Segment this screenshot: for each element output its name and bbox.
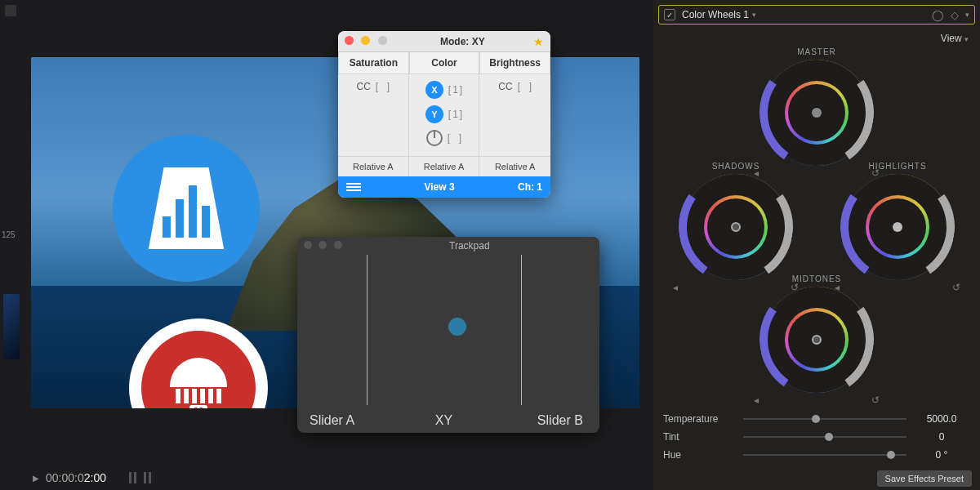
param-row-hue: Hue 0 ° [663,446,970,464]
view-menu[interactable]: View [941,33,962,44]
reset-icon[interactable]: ↺ [952,282,960,293]
app-badge-blue [113,135,260,282]
wheel-cursor[interactable] [893,222,902,232]
brightness-cell: CC [479,74,550,156]
trackpad-panel: Trackpad Slider A XY Slider B [297,237,599,433]
trackpad-titlebar[interactable]: Trackpad [297,237,599,255]
color-wheel-highlights[interactable] [844,174,951,280]
slider-a-label: Slider A [297,413,367,428]
y-chip[interactable]: Y [425,105,443,123]
chevron-down-icon[interactable]: ▾ [752,11,756,19]
command-icon: ⌘ [189,405,207,408]
zoom-icon[interactable] [378,36,387,45]
bracket-icon[interactable] [376,81,390,92]
bracket-icon[interactable] [518,81,532,92]
channel-label[interactable]: Ch: 1 [518,181,542,193]
effect-header[interactable]: ✓ Color Wheels 1 ▾ ◯ ◇ ▾ [658,5,975,24]
zoom-icon[interactable] [334,241,342,249]
mode-panel: Mode: XY ★ Saturation Color Brightness C… [338,31,550,198]
param-name: Tint [663,431,737,443]
param-value[interactable]: 0 [913,431,970,443]
param-value[interactable]: 5000.0 [913,413,970,425]
chevron-down-icon[interactable]: ▾ [965,11,969,19]
param-slider[interactable] [743,418,906,420]
sidebar-thumb[interactable] [5,5,16,16]
bracket-icon[interactable]: 1 [448,109,462,120]
chevron-down-icon[interactable]: ▾ [964,35,969,43]
color-cell: X 1 Y 1 [409,74,480,156]
color-wheel-midtones[interactable] [764,287,870,393]
effect-enable-checkbox[interactable]: ✓ [664,9,675,20]
mode-panel-titlebar[interactable]: Mode: XY ★ [338,31,550,52]
mode-title-value: XY [472,36,485,47]
mask-icon[interactable]: ◯ [932,9,944,21]
play-icon[interactable]: ▶ [33,474,39,483]
close-icon[interactable] [304,241,312,249]
minimize-icon[interactable] [318,241,327,249]
divider [367,255,368,405]
wheel-cursor[interactable] [812,108,822,118]
relative-mode-bri[interactable]: Relative A [479,157,550,176]
divider [521,255,522,405]
saturation-cell: CC [338,74,409,156]
star-icon[interactable]: ★ [533,35,544,48]
wheel-cursor[interactable] [731,222,741,232]
bars-icon [141,167,231,249]
prev-icon[interactable]: ◂ [673,282,678,293]
slider-b-label: Slider B [521,413,599,428]
relative-mode-col[interactable]: Relative A [409,157,480,176]
wheel-cursor[interactable] [812,335,822,345]
slider-knob[interactable] [812,415,820,423]
param-value[interactable]: 0 ° [913,449,970,461]
param-name: Hue [663,449,737,461]
view-label[interactable]: View 3 [361,181,518,193]
cc-label: CC [498,81,512,92]
color-wheel-shadows[interactable] [683,174,789,280]
save-effects-preset-button[interactable]: Save Effects Preset [877,470,972,487]
close-icon[interactable] [345,36,354,45]
col-color[interactable]: Color [409,52,480,74]
left-sidebar: 125 [0,0,23,490]
param-slider[interactable] [743,436,906,438]
param-slider[interactable] [743,454,906,456]
slider-knob[interactable] [825,433,833,441]
x-chip[interactable]: X [425,81,443,99]
trackpad-title: Trackpad [346,240,593,252]
mode-title-prefix: Mode: [440,36,469,47]
bracket-icon[interactable]: 1 [448,84,462,96]
slider-knob[interactable] [887,451,895,459]
clip-number: 125 [2,230,16,239]
timeline-marks [129,472,151,483]
inspector-panel: ✓ Color Wheels 1 ▾ ◯ ◇ ▾ View ▾ MASTER ◂… [653,0,980,490]
effect-title: Color Wheels 1 [682,9,749,20]
param-row-tint: Tint 0 [663,428,970,446]
color-wheel-master[interactable] [764,60,870,166]
params-list: Temperature 5000.0 Tint 0 Hue 0 ° [663,410,970,464]
sidebar-clip-thumb[interactable] [3,294,20,359]
param-name: Temperature [663,413,737,425]
param-row-temperature: Temperature 5000.0 [663,410,970,428]
hamburger-icon[interactable] [346,183,361,191]
keyframe-icon[interactable]: ◇ [951,9,959,21]
bracket-icon[interactable] [448,132,461,144]
timecode[interactable]: 00:00:02:00 [46,471,106,484]
relative-mode-sat[interactable]: Relative A [338,157,409,176]
prev-icon[interactable]: ◂ [754,394,759,406]
xy-label: XY [367,413,521,428]
xy-cursor[interactable] [448,318,466,336]
power-icon[interactable] [426,130,443,146]
col-brightness[interactable]: Brightness [479,52,550,74]
cc-label: CC [356,81,370,92]
trackpad-surface[interactable] [297,255,599,405]
reset-icon[interactable]: ↺ [871,394,880,406]
timeline-bar: ▶ 00:00:02:00 [33,466,151,490]
col-saturation[interactable]: Saturation [338,52,409,74]
minimize-icon[interactable] [361,36,370,45]
tower-icon [170,358,227,387]
